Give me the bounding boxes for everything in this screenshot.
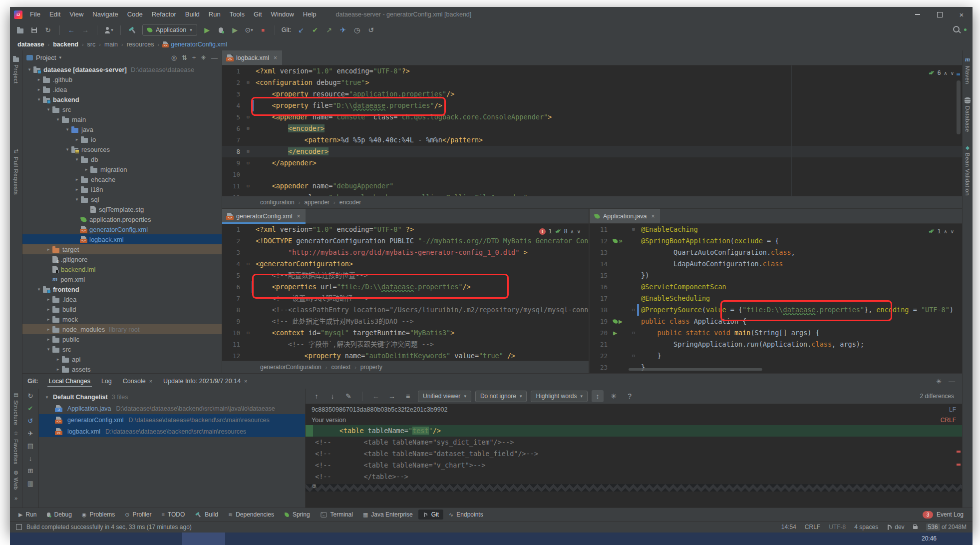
show-diff-icon[interactable]: ▤ <box>27 442 33 450</box>
next-problem-icon[interactable]: ∨ <box>577 226 581 237</box>
tree-row[interactable]: ▾resources <box>22 144 222 154</box>
fold-icon[interactable]: ⊟ <box>630 224 637 235</box>
tree-expand-icon[interactable]: ▸ <box>82 167 90 172</box>
tree-row[interactable]: ▾sql <box>22 194 222 204</box>
prev-file-icon[interactable]: ← <box>370 390 382 402</box>
collapsed-region-separator[interactable]: ⊞ <box>306 484 962 492</box>
tree-collapse-icon[interactable]: ▾ <box>44 107 52 112</box>
back-icon[interactable]: ← <box>65 24 77 36</box>
collapse-unchanged-icon[interactable]: ↕ <box>592 390 604 402</box>
prev-problem-icon[interactable]: ∧ <box>570 226 574 237</box>
close-icon[interactable]: × <box>652 213 655 220</box>
settings-gear-icon[interactable]: ✳ <box>201 54 206 61</box>
preview-diff-icon[interactable]: ▥ <box>27 480 33 487</box>
tree-expand-icon[interactable]: ▸ <box>44 307 52 312</box>
indent-indicator[interactable]: 4 spaces <box>854 524 878 531</box>
tree-row[interactable]: ▸.github <box>22 74 222 84</box>
tree-row[interactable]: ▾dataease [dataease-server]D:\dataease\d… <box>22 64 222 74</box>
toolwindow-button-git[interactable]: Git <box>418 510 443 520</box>
expand-all-icon[interactable]: ⇅ <box>182 54 187 61</box>
tree-row[interactable]: ▸i18n <box>22 184 222 194</box>
sidebar-tab-project[interactable]: Project <box>13 53 19 86</box>
highlight-select[interactable]: Highlight words▾ <box>531 391 588 402</box>
fold-icon[interactable]: ⊟ <box>245 77 252 88</box>
project-panel-title[interactable]: Project <box>36 54 56 61</box>
inspections-widget[interactable]: ✔✔ 6 ∧ ∨ <box>929 67 954 79</box>
tree-row[interactable]: mpom.xml <box>22 274 222 284</box>
tree-row[interactable]: ▾backend <box>22 94 222 104</box>
spring-bean-icon[interactable] <box>613 238 618 244</box>
toolwindow-button-deps[interactable]: ≋Dependencies <box>224 510 279 520</box>
changelist-header[interactable]: ▾ Default Changelist 3 files <box>39 391 305 403</box>
breadcrumb-item[interactable]: encoder <box>339 199 361 206</box>
tree-row[interactable]: application.properties <box>22 214 222 224</box>
rollback-icon[interactable]: ↺ <box>28 417 33 425</box>
tree-row[interactable]: ▾db <box>22 154 222 164</box>
close-icon[interactable]: × <box>149 378 152 384</box>
fold-icon[interactable]: ⊟ <box>245 111 252 123</box>
tree-expand-icon[interactable]: ▸ <box>44 337 52 342</box>
tree-row[interactable]: .gitignore <box>22 254 222 264</box>
hide-panel-icon[interactable]: — <box>949 378 955 385</box>
fold-icon[interactable]: ⊟ <box>245 146 252 157</box>
tree-row[interactable]: ▸.idea <box>22 294 222 304</box>
sidebar-tab-maven[interactable]: m Maven <box>965 55 971 84</box>
push-icon[interactable]: ↗ <box>323 24 335 36</box>
tree-collapse-icon[interactable]: ▾ <box>35 97 43 102</box>
tree-row[interactable]: ▸mock <box>22 314 222 324</box>
prev-problem-icon[interactable]: ∧ <box>944 67 947 79</box>
overrides-icon[interactable]: » <box>619 235 623 247</box>
tree-row[interactable]: ▸api <box>22 354 222 364</box>
tree-row[interactable]: ▾java <box>22 124 222 134</box>
tree-row[interactable]: ▾src <box>22 104 222 114</box>
scrollbar[interactable] <box>957 80 961 134</box>
tree-collapse-icon[interactable]: ▾ <box>63 127 71 132</box>
tree-collapse-icon[interactable]: ▾ <box>25 67 33 72</box>
history-icon[interactable]: ◷ <box>351 24 363 36</box>
changed-file-row[interactable]: generatorConfig.xmlD:\dataease\dataease\… <box>39 414 305 426</box>
tree-row[interactable]: ▸io <box>22 134 222 144</box>
tree-expand-icon[interactable]: ▸ <box>73 177 81 182</box>
breadcrumb-item[interactable]: appender <box>304 199 329 206</box>
menu-git[interactable]: Git <box>249 7 267 22</box>
whitespace-select[interactable]: Do not ignore▾ <box>475 391 527 402</box>
expand-region-icon[interactable]: ⊞ <box>313 483 316 489</box>
breadcrumb-item[interactable]: configuration <box>260 199 295 206</box>
run-configuration-select[interactable]: Application ▾ <box>142 24 197 36</box>
fold-icon[interactable]: ⊟ <box>245 123 252 134</box>
menu-refactor[interactable]: Refactor <box>147 7 181 22</box>
open-icon[interactable] <box>14 24 26 36</box>
tree-expand-icon[interactable]: ▸ <box>44 297 52 302</box>
tab-local-changes[interactable]: Local Changes <box>43 374 96 389</box>
fold-icon[interactable]: ⊟ <box>630 350 637 362</box>
git-branch-indicator[interactable]: dev <box>887 524 904 531</box>
sync-icon[interactable]: ↻ <box>42 24 54 36</box>
breadcrumb-item[interactable]: property <box>360 364 382 371</box>
sidebar-tab-web[interactable]: ◍ Web <box>13 467 19 493</box>
jump-to-source-icon[interactable]: ✎ <box>342 390 354 402</box>
settings-gear-icon[interactable]: ✳ <box>608 390 620 402</box>
sidebar-tab-structure[interactable]: ▤ Structure <box>13 390 19 428</box>
chevron-down-icon[interactable]: ▾ <box>59 55 61 60</box>
tree-expand-icon[interactable]: ▸ <box>44 247 52 252</box>
generator-editor[interactable]: ! 1 ✔✔ 8 ∧ ∨ 1<?xml version="1.0" encodi… <box>222 224 589 361</box>
tree-expand-icon[interactable]: ▸ <box>73 137 81 142</box>
encoding-indicator[interactable]: UTF-8 <box>829 524 846 531</box>
run-line-icon[interactable]: ▶ <box>613 327 617 339</box>
group-by-icon[interactable]: ⊞ <box>28 467 33 475</box>
close-button[interactable]: × <box>951 7 973 22</box>
inspections-widget[interactable]: ! 1 ✔✔ 8 ∧ ∨ <box>539 226 581 237</box>
toolwindow-button-spring[interactable]: Spring <box>280 510 315 520</box>
next-difference-icon[interactable]: ↓ <box>327 390 338 402</box>
toolwindow-button-jee[interactable]: ▦Java Enterprise <box>358 510 417 520</box>
memory-indicator[interactable]: 536 of 2048M <box>926 524 967 531</box>
build-hammer-icon[interactable] <box>126 24 138 36</box>
tree-expand-icon[interactable]: ▸ <box>73 187 81 192</box>
toolwindow-button-debug[interactable]: Debug <box>42 510 76 520</box>
menu-tools[interactable]: Tools <box>225 7 249 22</box>
update-project-icon[interactable]: ↙ <box>295 24 307 36</box>
breadcrumb-item[interactable]: main <box>104 41 118 48</box>
breadcrumb-item[interactable]: generatorConfiguration <box>260 364 322 371</box>
fold-icon[interactable]: ⊟ <box>630 304 637 316</box>
coverage-icon[interactable]: ▶ <box>229 24 241 36</box>
